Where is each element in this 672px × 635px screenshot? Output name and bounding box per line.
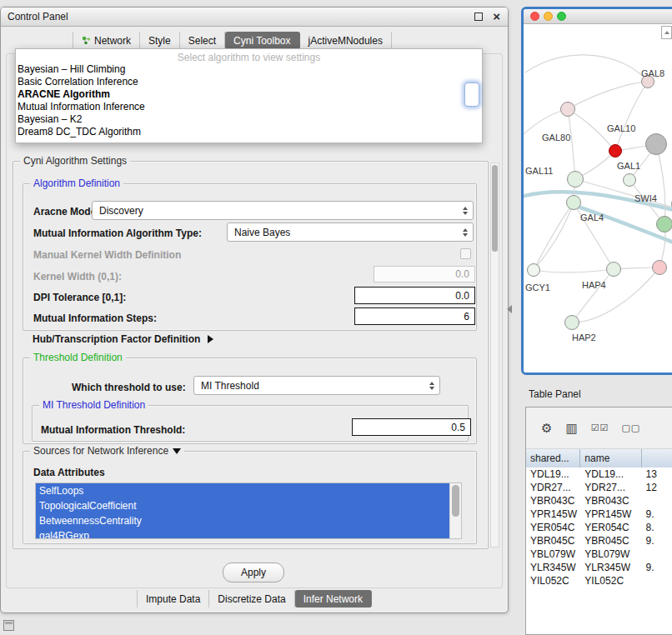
network-node[interactable] xyxy=(645,133,667,155)
list-scrollbar-thumb[interactable] xyxy=(452,485,459,517)
network-node[interactable] xyxy=(656,216,672,232)
table-cell: YDL19... xyxy=(580,468,641,481)
table-row[interactable]: YER054CYER054C8. xyxy=(526,521,672,534)
algorithm-option[interactable]: Bayesian – K2 xyxy=(16,113,482,126)
minimize-traffic-light-icon[interactable] xyxy=(544,12,553,21)
tab-jactivemnodules[interactable]: jActiveMNodules xyxy=(300,32,392,49)
float-window-icon[interactable] xyxy=(474,12,483,21)
table-cell: YDR27... xyxy=(526,481,580,494)
bottom-tab-impute-data[interactable]: Impute Data xyxy=(137,590,209,608)
manual-kernel-checkbox[interactable] xyxy=(460,248,471,259)
network-node-hap4[interactable] xyxy=(606,262,621,277)
algorithm-option[interactable]: ARACNE Algorithm xyxy=(16,88,482,101)
bottom-tab-infer-network[interactable]: Infer Network xyxy=(295,590,372,608)
table-row[interactable]: YBR045CYBR045C9. xyxy=(526,534,672,548)
mi-threshold-group: MI Threshold Definition Mutual Informati… xyxy=(32,405,469,442)
algorithm-option[interactable]: Bayesian – Hill Climbing xyxy=(16,63,482,76)
network-window-titlebar[interactable] xyxy=(524,9,672,24)
zoom-traffic-light-icon[interactable] xyxy=(557,12,566,21)
network-window: GAL80GAL8GAL10GAL11GAL1GAL4SWI4GCY1HAP4H… xyxy=(521,7,672,375)
which-threshold-select[interactable]: MI Threshold xyxy=(193,376,440,395)
network-node-hap2[interactable] xyxy=(564,315,579,330)
table-cell: YPR145W xyxy=(526,508,580,521)
dpi-tolerance-input[interactable]: 0.0 xyxy=(354,287,475,304)
mi-type-select[interactable]: Naive Bayes xyxy=(227,222,474,242)
aracne-mode-label: Aracne Mode: xyxy=(33,206,99,218)
column-header[interactable]: shared... xyxy=(526,449,580,468)
apply-button[interactable]: Apply xyxy=(223,562,284,582)
network-node-gal1[interactable] xyxy=(623,173,636,187)
node-label: GCY1 xyxy=(525,282,550,292)
hidden-combo-fragment[interactable] xyxy=(464,82,479,107)
mi-steps-input[interactable]: 6 xyxy=(354,308,475,325)
network-node-gal80[interactable] xyxy=(560,102,575,117)
network-node-gal4[interactable] xyxy=(566,195,581,210)
collapse-arrow-icon xyxy=(173,448,181,454)
table-panel-toolbar: ⚙▥☑☑▢▢ xyxy=(526,408,672,449)
attribute-item[interactable]: BetweennessCentrality xyxy=(36,513,450,528)
column-header[interactable] xyxy=(642,449,672,468)
table-row[interactable]: YDL19...YDL19...13 xyxy=(526,468,672,481)
table-cell: YDL19... xyxy=(526,468,580,481)
column-header[interactable]: name xyxy=(580,449,641,468)
table-row[interactable]: YBL079WYBL079W xyxy=(526,548,672,561)
gear-icon[interactable]: ⚙ xyxy=(541,422,553,434)
table-row[interactable]: YIL052CYIL052C xyxy=(526,574,672,584)
tab-network[interactable]: Network xyxy=(73,32,140,49)
data-attributes-listbox: SelfLoopsTopologicalCoefficientBetweenne… xyxy=(35,482,462,539)
table-cell xyxy=(642,494,672,508)
table-body: YDL19...YDL19...13YDR27...YDR27...12YBR0… xyxy=(526,468,672,584)
combo-arrows-icon xyxy=(429,382,434,390)
mi-threshold-input[interactable]: 0.5 xyxy=(352,418,471,436)
control-panel-titlebar[interactable]: Control Panel × xyxy=(1,8,508,27)
algorithm-dropdown-popup: Select algorithm to view settings Bayesi… xyxy=(15,48,483,143)
attribute-item[interactable]: SelfLoops xyxy=(36,483,450,498)
network-node-gal10[interactable] xyxy=(609,144,622,158)
table-row[interactable]: YBR043CYBR043C xyxy=(526,494,672,508)
kernel-width-label: Kernel Width (0,1): xyxy=(33,271,122,282)
list-scrollbar[interactable] xyxy=(449,483,461,538)
node-label: HAP2 xyxy=(572,332,596,342)
kernel-width-input[interactable]: 0.0 xyxy=(374,266,475,282)
table-cell: 13 xyxy=(642,468,672,481)
table-row[interactable]: YDR27...YDR27...12 xyxy=(526,481,672,494)
network-node-gal11[interactable] xyxy=(567,171,584,188)
attribute-item[interactable]: gal4RGexp xyxy=(36,528,450,539)
select-all-checkboxes-icon[interactable]: ☑☑ xyxy=(591,423,609,432)
sources-group-title[interactable]: Sources for Network Inference xyxy=(30,445,184,457)
table-row[interactable]: YPR145WYPR145W9. xyxy=(526,508,672,521)
column-selector-icon[interactable]: ▥ xyxy=(565,422,578,434)
restore-panel-icon[interactable] xyxy=(3,620,14,631)
table-row[interactable]: YLR345WYLR345W9. xyxy=(526,561,672,574)
tab-select[interactable]: Select xyxy=(180,32,225,49)
close-window-icon[interactable]: × xyxy=(493,8,500,25)
node-label: GAL80 xyxy=(542,132,570,142)
hub-definition-toggle[interactable]: Hub/Transcription Factor Definition xyxy=(33,333,213,345)
algorithm-definition-title: Algorithm Definition xyxy=(30,178,123,189)
table-cell: YER054C xyxy=(580,521,641,534)
algorithm-option[interactable]: Dream8 DC_TDC Algorithm xyxy=(16,126,482,138)
deselect-all-checkboxes-icon[interactable]: ▢▢ xyxy=(621,423,640,432)
network-canvas[interactable]: GAL80GAL8GAL10GAL11GAL1GAL4SWI4GCY1HAP4H… xyxy=(524,24,672,373)
bottom-tab-discretize-data[interactable]: Discretize Data xyxy=(209,590,294,608)
network-scrollbar-button[interactable] xyxy=(661,26,672,39)
network-node[interactable] xyxy=(652,260,667,275)
close-traffic-light-icon[interactable] xyxy=(530,12,539,21)
node-label: HAP4 xyxy=(582,280,606,290)
table-cell: 9. xyxy=(642,534,672,548)
table-cell: 9. xyxy=(642,561,672,574)
tab-style[interactable]: Style xyxy=(140,32,180,49)
attribute-item[interactable]: TopologicalCoefficient xyxy=(36,498,450,513)
tab-cyni-toolbox[interactable]: Cyni Toolbox xyxy=(225,32,299,49)
aracne-mode-select[interactable]: Discovery xyxy=(92,201,474,220)
algorithm-option[interactable]: Mutual Information Inference xyxy=(16,101,482,113)
settings-scrollbar[interactable] xyxy=(490,162,499,548)
panel-divider-arrow[interactable] xyxy=(507,305,512,313)
table-cell: YIL052C xyxy=(526,574,580,584)
table-cell: 8. xyxy=(642,521,672,534)
expand-arrow-icon xyxy=(208,335,213,343)
algorithm-option[interactable]: Basic Correlation Inference xyxy=(16,76,482,88)
network-node-gcy1[interactable] xyxy=(527,263,540,277)
settings-scrollbar-thumb[interactable] xyxy=(492,165,498,252)
threshold-definition-group: Threshold Definition Which threshold to … xyxy=(23,358,477,444)
